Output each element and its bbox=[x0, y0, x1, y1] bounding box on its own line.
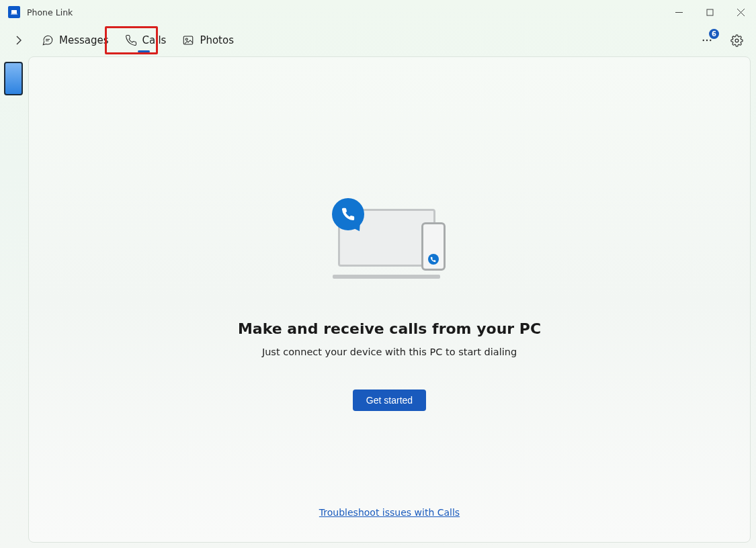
tab-calls[interactable]: Calls bbox=[117, 30, 175, 50]
close-button[interactable] bbox=[725, 0, 756, 24]
messages-icon bbox=[42, 34, 54, 46]
troubleshoot-link[interactable]: Troubleshoot issues with Calls bbox=[319, 507, 460, 518]
svg-rect-0 bbox=[11, 10, 17, 14]
tab-calls-label: Calls bbox=[142, 34, 167, 46]
notification-badge: 6 bbox=[709, 29, 719, 39]
tab-messages-label: Messages bbox=[59, 34, 109, 46]
svg-point-13 bbox=[735, 39, 739, 42]
tab-messages[interactable]: Messages bbox=[34, 30, 117, 50]
connected-phone-thumbnail[interactable] bbox=[4, 62, 23, 95]
minimize-button[interactable] bbox=[663, 0, 694, 24]
svg-point-10 bbox=[703, 40, 704, 41]
photos-icon bbox=[182, 34, 194, 46]
app-title: Phone Link bbox=[27, 7, 73, 17]
calls-icon bbox=[125, 34, 137, 46]
settings-button[interactable] bbox=[725, 29, 748, 52]
maximize-button[interactable] bbox=[694, 0, 725, 24]
device-strip bbox=[4, 62, 24, 95]
calls-hero-illustration bbox=[333, 198, 447, 279]
calls-subtext: Just connect your device with this PC to… bbox=[262, 347, 517, 357]
calls-heading: Make and receive calls from your PC bbox=[238, 320, 541, 337]
svg-rect-1 bbox=[11, 14, 17, 15]
more-button[interactable]: 6 bbox=[696, 29, 718, 52]
svg-point-9 bbox=[186, 38, 188, 40]
app-icon bbox=[8, 6, 20, 18]
window-controls bbox=[663, 0, 756, 24]
tab-photos[interactable]: Photos bbox=[174, 30, 242, 50]
svg-point-12 bbox=[710, 40, 711, 41]
get-started-button[interactable]: Get started bbox=[353, 390, 426, 411]
tab-photos-label: Photos bbox=[200, 34, 234, 46]
content-panel: Make and receive calls from your PC Just… bbox=[28, 56, 751, 543]
svg-rect-3 bbox=[707, 9, 713, 15]
svg-point-11 bbox=[706, 40, 708, 41]
phone-bubble-icon bbox=[332, 198, 364, 230]
tab-bar: Messages Calls Photos 6 bbox=[0, 24, 756, 56]
title-bar: Phone Link bbox=[0, 0, 756, 24]
nav-forward-icon[interactable] bbox=[11, 30, 27, 51]
